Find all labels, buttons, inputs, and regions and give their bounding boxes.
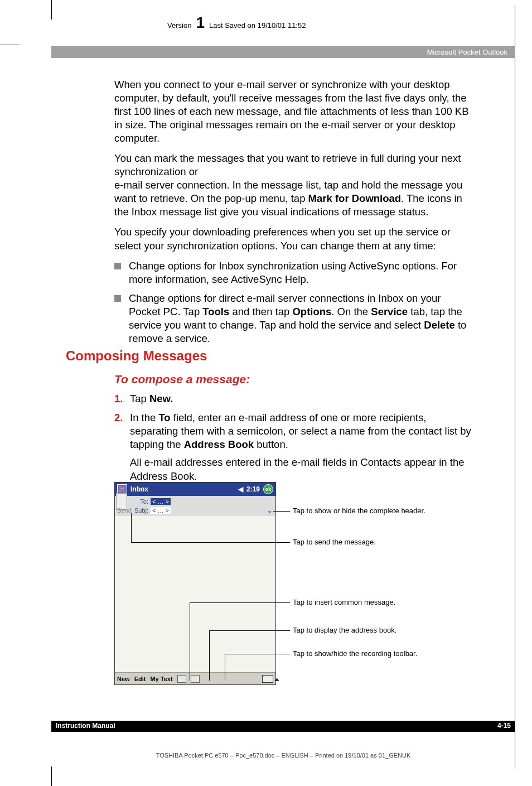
footer-left: Instruction Manual (56, 722, 115, 730)
compose-content: To compose a message: 1. Tap New. 2. In … (114, 372, 471, 489)
inbox-screenshot: Inbox ◀ 2:19 ok To: < … > Send Subj: < …… (114, 482, 276, 685)
recording-icon[interactable] (191, 675, 200, 683)
paragraph: You specify your downloading preferences… (114, 225, 471, 252)
paragraph: When you connect to your e-mail server o… (114, 78, 471, 145)
shot-menubar: New Edit My Text (115, 672, 275, 684)
shot-header-fields: To: < … > Send Subj: < … > ⌄ (115, 496, 275, 516)
print-line: TOSHIBA Pocket PC e570 – Ppc_e570.doc – … (51, 752, 515, 759)
callout: Tap to send the message. (293, 538, 471, 546)
callout: Tap to show or hide the complete header. (293, 507, 471, 515)
page-number: 4-15 (497, 722, 511, 730)
subj-label: Subj: (134, 507, 151, 514)
footer-bar: Instruction Manual 4-15 (51, 721, 515, 732)
subj-field[interactable]: < … > (151, 507, 171, 514)
callout: Tap to display the address book. (293, 626, 471, 634)
step-item: 2. In the To field, enter an e-mail addr… (114, 411, 471, 483)
shot-titlebar: Inbox ◀ 2:19 ok (115, 483, 275, 496)
to-label: To: (128, 498, 151, 505)
list-item: Change options for Inbox synchronization… (114, 259, 471, 286)
screenshot-figure: Inbox ◀ 2:19 ok To: < … > Send Subj: < …… (114, 482, 471, 685)
section-heading-composing: Composing Messages (66, 348, 473, 364)
menu-edit[interactable]: Edit (134, 676, 146, 682)
message-body-area[interactable] (115, 516, 275, 672)
body-content: When you connect to your e-mail server o… (114, 78, 471, 353)
keyboard-icon[interactable] (262, 675, 273, 683)
version-line: Version 1 Last Saved on 19/10/01 11:52 (167, 17, 306, 30)
ok-button[interactable]: ok (263, 484, 273, 494)
shot-title: Inbox (130, 485, 148, 493)
address-book-icon[interactable] (177, 675, 186, 683)
chevron-down-icon[interactable]: ⌄ (267, 507, 272, 514)
shot-time: 2:19 (246, 485, 260, 493)
speaker-icon[interactable]: ◀ (238, 485, 243, 493)
step-item: 1. Tap New. (114, 392, 471, 406)
subheading: To compose a message: (114, 372, 471, 387)
to-field[interactable]: < … > (151, 498, 171, 505)
header-section: Microsoft Pocket Outlook (427, 48, 508, 56)
callout: Tap to show/hide the recording toolbar. (293, 649, 471, 658)
version-label: Version (167, 21, 191, 30)
header-bar: Microsoft Pocket Outlook (51, 46, 515, 58)
saved-on: Last Saved on 19/10/01 11:52 (209, 21, 306, 30)
paragraph: You can mark the messages that you want … (114, 152, 471, 219)
menu-new[interactable]: New (117, 676, 130, 682)
menu-mytext[interactable]: My Text (150, 676, 172, 682)
list-item: Change options for direct e-mail server … (114, 292, 471, 345)
version-number: 1 (196, 17, 205, 29)
callout: Tap to insert common message. (293, 598, 471, 606)
